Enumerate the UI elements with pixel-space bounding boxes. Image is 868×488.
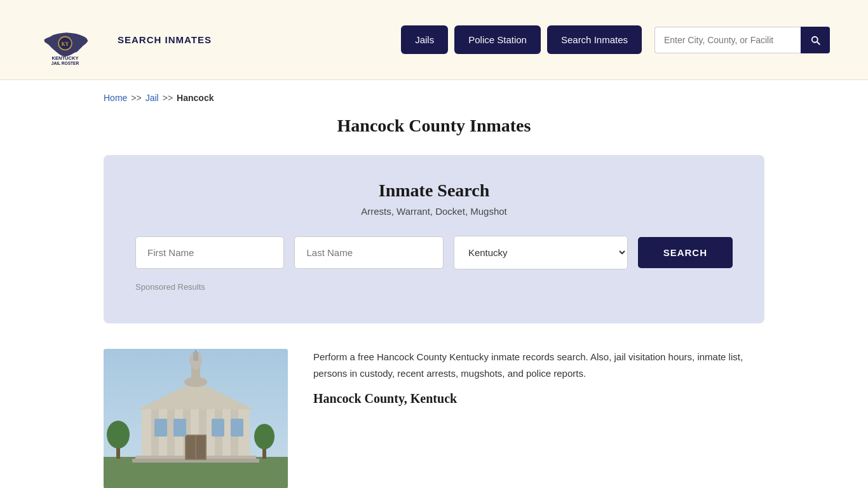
- nav-jails-button[interactable]: Jails: [401, 25, 448, 54]
- courthouse-image: [104, 349, 288, 488]
- search-icon: [810, 34, 821, 46]
- header-search-input[interactable]: [654, 27, 801, 53]
- svg-rect-25: [196, 436, 205, 459]
- sponsored-label: Sponsored Results: [135, 282, 733, 292]
- main-content: Home >> Jail >> Hancock Hancock County I…: [85, 80, 783, 488]
- nav-search-inmates-button[interactable]: Search Inmates: [547, 25, 642, 54]
- page-title: Hancock County Inmates: [104, 116, 764, 136]
- svg-rect-28: [212, 419, 224, 437]
- logo-icon: KY KENTUCKY JAIL ROSTER: [38, 13, 92, 67]
- first-name-input[interactable]: [135, 236, 284, 269]
- main-nav: Jails Police Station Search Inmates: [401, 25, 830, 54]
- inmate-search-panel: Inmate Search Arrests, Warrant, Docket, …: [104, 155, 764, 323]
- bottom-section: Perform a free Hancock County Kentucky i…: [104, 349, 764, 488]
- svg-rect-27: [173, 419, 186, 437]
- logo-link[interactable]: KY KENTUCKY JAIL ROSTER: [38, 13, 92, 67]
- search-fields: AlabamaAlaskaArizonaArkansasCaliforniaCo…: [135, 236, 733, 269]
- svg-rect-21: [193, 352, 198, 361]
- svg-rect-29: [231, 419, 243, 437]
- svg-rect-24: [186, 436, 195, 459]
- svg-text:KY: KY: [62, 41, 69, 47]
- search-panel-subtitle: Arrests, Warrant, Docket, Mugshot: [135, 206, 733, 217]
- description-text: Perform a free Hancock County Kentucky i…: [313, 349, 764, 381]
- breadcrumb: Home >> Jail >> Hancock: [104, 93, 764, 103]
- search-panel-title: Inmate Search: [135, 180, 733, 201]
- breadcrumb-sep1: >>: [131, 93, 141, 103]
- breadcrumb-jail[interactable]: Jail: [146, 93, 159, 103]
- last-name-input[interactable]: [294, 236, 443, 269]
- svg-point-33: [254, 424, 275, 449]
- courthouse-svg: [104, 349, 288, 488]
- svg-rect-26: [154, 419, 167, 437]
- breadcrumb-sep2: >>: [163, 93, 173, 103]
- nav-police-station-button[interactable]: Police Station: [454, 25, 541, 54]
- description-subtitle: Hancock County, Kentuck: [313, 391, 764, 406]
- site-title[interactable]: SEARCH INMATES: [118, 34, 212, 45]
- breadcrumb-current: Hancock: [177, 93, 214, 103]
- state-select[interactable]: AlabamaAlaskaArizonaArkansasCaliforniaCo…: [454, 236, 628, 269]
- header-search-button[interactable]: [801, 27, 830, 53]
- svg-point-31: [107, 421, 130, 449]
- svg-text:JAIL ROSTER: JAIL ROSTER: [51, 61, 79, 65]
- search-button[interactable]: SEARCH: [638, 237, 733, 268]
- svg-text:KENTUCKY: KENTUCKY: [52, 55, 79, 61]
- header-search-bar: [654, 27, 830, 53]
- site-header: KY KENTUCKY JAIL ROSTER SEARCH INMATES J…: [0, 0, 868, 80]
- description-area: Perform a free Hancock County Kentucky i…: [313, 349, 764, 406]
- breadcrumb-home[interactable]: Home: [104, 93, 127, 103]
